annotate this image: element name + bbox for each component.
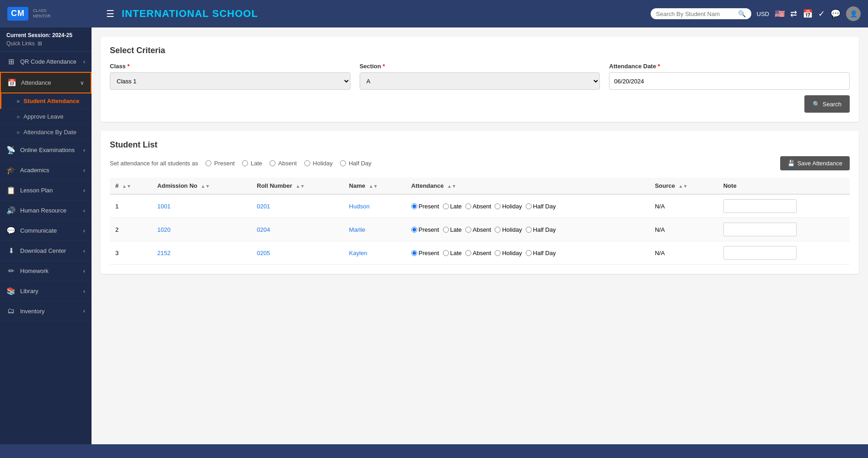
att-present-1[interactable]: Present (411, 226, 439, 233)
cell-admission: 2152 (152, 241, 251, 265)
att-radio-2-Half Day[interactable] (526, 250, 532, 256)
bulk-late-label: Late (251, 160, 262, 167)
checkmark-icon[interactable]: ✓ (818, 9, 825, 19)
bulk-absent[interactable]: Absent (270, 160, 297, 167)
sidebar-sub-approve-leave[interactable]: » Approve Leave (0, 109, 92, 125)
bulk-late[interactable]: Late (242, 160, 262, 167)
bulk-absent-radio[interactable] (270, 160, 275, 166)
bulk-holiday-radio[interactable] (304, 160, 310, 166)
cell-note (718, 194, 850, 218)
sidebar-sub-attendance-by-date[interactable]: » Attendance By Date (0, 125, 92, 140)
hamburger-icon[interactable]: ☰ (106, 8, 114, 19)
att-holiday-1[interactable]: Holiday (495, 226, 522, 233)
cell-name: Kaylen (344, 241, 406, 265)
cell-roll: 0205 (251, 241, 344, 265)
class-select[interactable]: Class 1 Class 2 Class 3 (110, 72, 350, 90)
att-radio-0-Late[interactable] (443, 203, 449, 209)
att-late-2[interactable]: Late (443, 250, 462, 256)
roll-link[interactable]: 0201 (257, 203, 270, 210)
bulk-late-radio[interactable] (242, 160, 248, 166)
note-input-1[interactable] (723, 223, 797, 236)
bulk-holiday[interactable]: Holiday (304, 160, 333, 167)
att-half-day-1[interactable]: Half Day (526, 226, 556, 233)
att-radio-1-Late[interactable] (443, 227, 449, 233)
att-radio-2-Absent[interactable] (465, 250, 471, 256)
sidebar-item-attendance[interactable]: 📅 Attendance ∨ (0, 72, 92, 93)
att-radio-2-Holiday[interactable] (495, 250, 501, 256)
name-link[interactable]: Kaylen (349, 250, 367, 256)
bulk-halfday[interactable]: Half Day (340, 160, 372, 167)
quick-links[interactable]: Quick Links ⊞ (6, 40, 85, 47)
chevron-icon-7: ‹ (83, 228, 85, 234)
bulk-present-radio[interactable] (205, 160, 211, 166)
col-note: Note (718, 178, 850, 194)
arrow-icon-2: » (16, 113, 20, 120)
att-late-1[interactable]: Late (443, 226, 462, 233)
att-label-1-Absent: Absent (473, 226, 491, 233)
admission-link[interactable]: 1020 (157, 226, 171, 233)
att-present-2[interactable]: Present (411, 250, 439, 256)
student-table: # ▲▼ Admission No ▲▼ Roll Number ▲▼ Name… (110, 178, 850, 265)
att-radio-2-Present[interactable] (411, 250, 417, 256)
att-radio-0-Half Day[interactable] (526, 203, 532, 209)
admission-link[interactable]: 1001 (157, 203, 171, 210)
sidebar-item-lesson-plan[interactable]: 📋 Lesson Plan ‹ (0, 180, 92, 201)
att-absent-2[interactable]: Absent (465, 250, 491, 256)
library-icon: 📚 (6, 287, 16, 295)
sidebar-item-academics[interactable]: 🎓 Academics ‹ (0, 160, 92, 180)
att-radio-0-Present[interactable] (411, 203, 417, 209)
sidebar-item-communicate[interactable]: 💬 Communicate ‹ (0, 221, 92, 241)
save-attendance-button[interactable]: 💾 Save Attendance (780, 156, 850, 170)
whatsapp-icon[interactable]: 💬 (830, 9, 841, 19)
admission-link[interactable]: 2152 (157, 250, 171, 256)
att-late-0[interactable]: Late (443, 203, 462, 210)
bulk-halfday-radio[interactable] (340, 160, 346, 166)
sidebar-label-lesson-plan: Lesson Plan (20, 187, 53, 194)
roll-link[interactable]: 0205 (257, 250, 270, 256)
att-half-day-0[interactable]: Half Day (526, 203, 556, 210)
name-link[interactable]: Hudson (349, 203, 370, 210)
att-absent-0[interactable]: Absent (465, 203, 491, 210)
att-radio-1-Present[interactable] (411, 227, 417, 233)
bulk-present[interactable]: Present (205, 160, 235, 167)
avatar[interactable]: 👤 (846, 6, 861, 21)
att-half-day-2[interactable]: Half Day (526, 250, 556, 256)
att-radio-1-Absent[interactable] (465, 227, 471, 233)
search-button[interactable]: 🔍 Search (804, 95, 850, 113)
note-input-0[interactable] (723, 199, 797, 213)
sidebar-item-inventory[interactable]: 🗂 Inventory ‹ (0, 301, 92, 321)
att-present-0[interactable]: Present (411, 203, 439, 210)
sidebar-item-online-exams[interactable]: 📡 Online Examinations ‹ (0, 140, 92, 160)
top-header: CM CLASSMENTOR ☰ INTERNATIONAL SCHOOL 🔍 … (0, 0, 868, 27)
col-roll: Roll Number ▲▼ (251, 178, 344, 194)
sidebar-item-qr-code[interactable]: ⊞ QR Code Attendance ‹ (0, 52, 92, 72)
search-icon[interactable]: 🔍 (738, 10, 746, 17)
criteria-box: Select Criteria Class * Class 1 Class 2 … (101, 37, 859, 122)
att-radio-1-Half Day[interactable] (526, 227, 532, 233)
att-holiday-2[interactable]: Holiday (495, 250, 522, 256)
transfer-icon[interactable]: ⇄ (790, 9, 797, 19)
att-label-0-Half Day: Half Day (533, 203, 556, 210)
sidebar-item-library[interactable]: 📚 Library ‹ (0, 281, 92, 301)
att-absent-1[interactable]: Absent (465, 226, 491, 233)
sidebar-item-human-resource[interactable]: 🔊 Human Resource ‹ (0, 201, 92, 221)
att-radio-0-Absent[interactable] (465, 203, 471, 209)
att-radio-2-Late[interactable] (443, 250, 449, 256)
att-radio-0-Holiday[interactable] (495, 203, 501, 209)
date-input[interactable] (609, 72, 850, 90)
name-link[interactable]: Marlie (349, 226, 365, 233)
sidebar-item-download-center[interactable]: ⬇ Download Center ‹ (0, 241, 92, 261)
sidebar-sub-student-attendance[interactable]: » Student Attendance (0, 93, 92, 109)
att-radio-1-Holiday[interactable] (495, 227, 501, 233)
att-label-1-Late: Late (450, 226, 462, 233)
calendar-icon[interactable]: 📅 (803, 9, 813, 19)
section-select[interactable]: A B C (360, 72, 600, 90)
search-input[interactable] (656, 11, 738, 17)
att-label-2-Late: Late (450, 250, 462, 256)
download-icon: ⬇ (6, 246, 16, 255)
sidebar-item-homework[interactable]: ✏ Homework ‹ (0, 261, 92, 281)
att-label-0-Late: Late (450, 203, 462, 210)
note-input-2[interactable] (723, 246, 797, 260)
att-holiday-0[interactable]: Holiday (495, 203, 522, 210)
roll-link[interactable]: 0204 (257, 226, 270, 233)
